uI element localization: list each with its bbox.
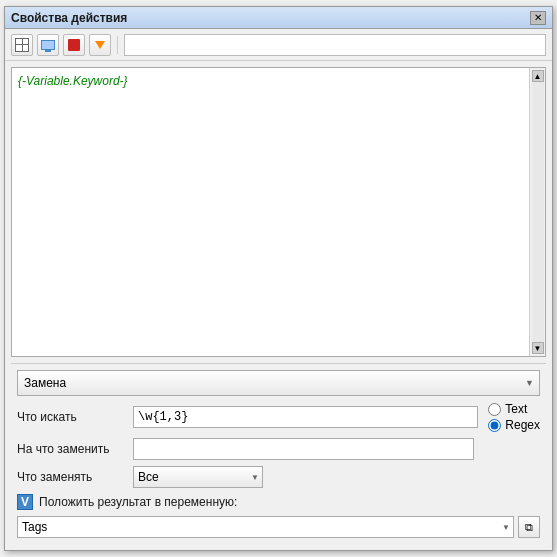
code-editor[interactable]: {-Variable.Keyword-} ▲ ▼ [11,67,546,357]
title-bar: Свойства действия ✕ [5,7,552,29]
search-row: Что искать Text Regex [17,402,540,432]
search-input-group: Text Regex [133,402,540,432]
variable-label-text: Положить результат в переменную: [39,495,237,509]
what-replace-select[interactable]: Все Первое Последнее [133,466,263,488]
close-button[interactable]: ✕ [530,11,546,25]
replace-input[interactable] [133,438,474,460]
bottom-panel: Замена Что искать Text [11,363,546,544]
monitor-icon-button[interactable] [37,34,59,56]
zamena-select-wrapper: Замена [17,370,540,396]
replace-label: На что заменить [17,442,127,456]
toolbar-search-input[interactable] [124,34,546,56]
what-replace-label: Что заменять [17,470,127,484]
toolbar-separator [117,36,118,54]
text-radio-label: Text [505,402,527,416]
down-arrow-icon [95,41,105,49]
text-radio-item[interactable]: Text [488,402,540,416]
search-label: Что искать [17,410,127,424]
variable-label-row: V Положить результат в переменную: [17,494,540,510]
code-variable-text: {-Variable.Keyword-} [18,74,128,88]
variable-select[interactable]: Tags [17,516,514,538]
scroll-track [532,82,544,342]
regex-radio[interactable] [488,419,501,432]
what-replace-select-wrapper: Все Первое Последнее ▼ [133,466,263,488]
scroll-down-button[interactable]: ▼ [532,342,544,354]
what-replace-row: Что заменять Все Первое Последнее ▼ [17,466,540,488]
copy-icon: ⧉ [525,521,533,534]
radio-group: Text Regex [488,402,540,432]
main-window: Свойства действия ✕ {-V [4,6,553,551]
table-icon-button[interactable] [11,34,33,56]
scroll-up-button[interactable]: ▲ [532,70,544,82]
main-content: {-Variable.Keyword-} ▲ ▼ Замена Что иска… [5,61,552,550]
monitor-icon [41,40,55,50]
zamena-row: Замена [17,370,540,396]
vertical-scrollbar[interactable]: ▲ ▼ [529,68,545,356]
variable-icon-label: V [21,495,29,509]
text-radio[interactable] [488,403,501,416]
regex-radio-item[interactable]: Regex [488,418,540,432]
variable-select-row: Tags ▼ ⧉ [17,516,540,538]
stop-icon-button[interactable] [63,34,85,56]
copy-variable-button[interactable]: ⧉ [518,516,540,538]
window-title: Свойства действия [11,11,127,25]
toolbar [5,29,552,61]
regex-radio-label: Regex [505,418,540,432]
variable-select-wrapper: Tags ▼ [17,516,514,538]
table-icon [15,38,29,52]
variable-icon: V [17,494,33,510]
zamena-select[interactable]: Замена [17,370,540,396]
search-input[interactable] [133,406,478,428]
down-arrow-icon-button[interactable] [89,34,111,56]
replace-row: На что заменить [17,438,540,460]
stop-icon [68,39,80,51]
